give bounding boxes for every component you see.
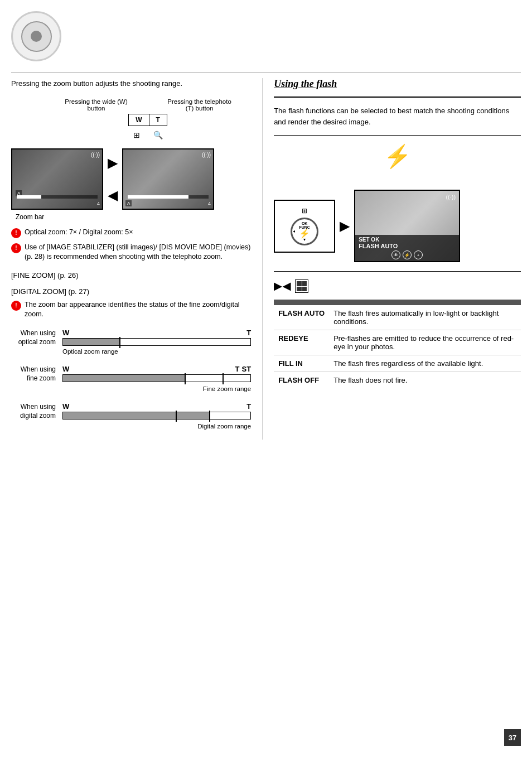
zoom-labels: Pressing the wide (W) button Pressing th… bbox=[45, 98, 251, 112]
zoombar-note-list: ! The zoom bar appearance identifies the… bbox=[11, 300, 251, 320]
optical-zoom-track bbox=[62, 338, 251, 346]
fvf-set-ok-row: SET OK bbox=[359, 237, 456, 243]
step2-row: ▶◀ bbox=[274, 279, 521, 293]
flash-bolt-icon: ⚡ bbox=[274, 143, 521, 170]
flash-rule-mid bbox=[274, 271, 521, 272]
step-sub-grid bbox=[295, 279, 308, 293]
fvf-set-ok-label: SET OK bbox=[359, 237, 379, 243]
flash-mode-cell: FLASH AUTO bbox=[274, 305, 329, 330]
fine-t-mark: T bbox=[235, 365, 240, 373]
flash-table-row: FLASH OFF The flash does not fire. bbox=[274, 372, 521, 389]
fine-zoom-heading: [FINE ZOOM] (p. 26) bbox=[11, 271, 251, 279]
fine-t-st-marks: T ST bbox=[235, 365, 252, 373]
optical-zoom-marker bbox=[119, 337, 120, 348]
note-text-2: Use of [IMAGE STABILIZER] (still images)… bbox=[25, 243, 251, 262]
note-item-2: ! Use of [IMAGE STABILIZER] (still image… bbox=[11, 243, 251, 262]
arrow-left-icon: ◀ bbox=[108, 187, 118, 203]
vf-inner-tele: ((·)) A 4 bbox=[123, 150, 213, 209]
fine-zoom-marker-2 bbox=[223, 373, 224, 384]
viewfinder-row: ((·)) A 4 ▶ ◀ ((·)) bbox=[11, 148, 251, 210]
flash-table-row: REDEYE Pre-flashes are emitted to reduce… bbox=[274, 330, 521, 355]
step-numbers: ▶◀ bbox=[274, 280, 292, 292]
vf-stabilizer-icon-tele: ((·)) bbox=[202, 152, 211, 158]
fcp-left-arrow: ◂ bbox=[293, 229, 295, 234]
fcp-down-arrow: ▾ bbox=[303, 237, 306, 242]
note-text-1: Optical zoom: 7× / Digital zoom: 5× bbox=[25, 228, 133, 238]
fcp-ring-area: OKFUNC ⚡ ▾ ◂ bbox=[291, 218, 318, 245]
vf-zoom-fill-wide bbox=[17, 195, 41, 199]
flash-desc-cell: The flash fires automatically in low-lig… bbox=[329, 305, 521, 330]
flash-mode-cell: REDEYE bbox=[274, 330, 329, 355]
digital-zoom-label: When using digital zoom bbox=[11, 402, 56, 421]
vf-zoom-bar-wide bbox=[17, 195, 98, 199]
logo-inner bbox=[21, 21, 52, 52]
digital-zoom-header: W T bbox=[62, 402, 251, 411]
intro-text: Pressing the zoom button adjusts the sho… bbox=[11, 78, 251, 89]
wt-buttons: W T bbox=[45, 114, 251, 126]
vf-inner-wide: ((·)) A 4 bbox=[12, 150, 102, 209]
digital-w-mark: W bbox=[62, 402, 69, 411]
digital-range-container: Digital zoom range bbox=[62, 422, 251, 430]
optical-range-label: Optical zoom range bbox=[62, 348, 251, 355]
fvf-icons-row: 👁 ⚡ + bbox=[359, 250, 456, 259]
w-button: W bbox=[129, 114, 149, 126]
flash-diagram: ⊞ OKFUNC ⚡ ▾ ◂ bbox=[274, 173, 521, 262]
vf-shot-count-tele: 4 bbox=[208, 201, 211, 206]
fcp-top-icons: ⊞ bbox=[302, 207, 307, 215]
fvf-inner: ((·)) SET OK FLASH AUTO 👁 ⚡ + bbox=[355, 191, 459, 261]
content: Pressing the zoom button adjusts the sho… bbox=[11, 78, 521, 440]
digital-zoom-fill bbox=[63, 412, 209, 419]
zoom-bar-label: Zoom bar bbox=[16, 213, 251, 221]
wide-label: Pressing the wide (W) button bbox=[63, 98, 130, 112]
flash-intro: The flash functions can be selected to b… bbox=[274, 105, 521, 127]
right-column: Using the flash The flash functions can … bbox=[262, 78, 521, 440]
fine-zoom-visual: W T ST Fine zoom range bbox=[62, 365, 251, 392]
wide-icon: ⊞ bbox=[133, 131, 140, 139]
page: Pressing the zoom button adjusts the sho… bbox=[0, 0, 532, 757]
optical-zoom-visual: W T Optical zoom range bbox=[62, 329, 251, 355]
step-cell-1 bbox=[297, 281, 302, 286]
flash-table-th-mode bbox=[274, 300, 329, 305]
digital-zoom-visual: W T Digital zoom range bbox=[62, 402, 251, 430]
flash-desc-cell: The flash fires regardless of the availa… bbox=[329, 355, 521, 372]
tele-icon: 🔍 bbox=[153, 131, 163, 139]
fvf-plus-icon: + bbox=[414, 250, 423, 259]
flash-table-row: FILL IN The flash fires regardless of th… bbox=[274, 355, 521, 372]
step-cell-2 bbox=[302, 281, 307, 286]
zoombar-diagram: When using optical zoom W T Optical zoom… bbox=[11, 329, 251, 430]
fvf-bottom-bar: SET OK FLASH AUTO 👁 ⚡ + bbox=[355, 235, 459, 261]
tele-label: Pressing the telephoto (T) button bbox=[166, 98, 233, 112]
fine-zoom-fill bbox=[63, 375, 185, 382]
t-button: T bbox=[149, 114, 167, 126]
step-cell-4 bbox=[302, 287, 307, 292]
zoom-diagram: Pressing the wide (W) button Pressing th… bbox=[45, 98, 251, 139]
tele-viewfinder: ((·)) A 4 bbox=[122, 148, 214, 210]
fine-range-container: Fine zoom range bbox=[62, 384, 251, 392]
flash-mode-cell: FLASH OFF bbox=[274, 372, 329, 389]
digital-zoom-marker-2 bbox=[209, 411, 210, 422]
fine-zoom-track bbox=[62, 374, 251, 382]
vf-stabilizer-icon: ((·)) bbox=[91, 152, 100, 158]
fine-st-mark: ST bbox=[242, 365, 252, 373]
vf-a-label-tele: A bbox=[125, 200, 132, 206]
flash-viewfinder: ((·)) SET OK FLASH AUTO 👁 ⚡ + bbox=[354, 190, 460, 262]
arrows-container: ▶ ◀ bbox=[108, 155, 118, 203]
vf-shot-count-wide: 4 bbox=[97, 201, 100, 206]
fcp-grid-icon: ⊞ bbox=[302, 207, 307, 215]
flash-diagram-arrow: ▶ bbox=[340, 218, 350, 234]
fine-w-mark: W bbox=[62, 365, 69, 373]
left-column: Pressing the zoom button adjusts the sho… bbox=[11, 78, 262, 440]
wide-viewfinder: ((·)) A 4 bbox=[11, 148, 103, 210]
fvf-stabilizer-icon: ((·)) bbox=[446, 194, 456, 200]
optical-zoom-row: When using optical zoom W T Optical zoom… bbox=[11, 329, 251, 355]
flash-desc-cell: The flash does not fire. bbox=[329, 372, 521, 389]
fvf-bolt-icon: ⚡ bbox=[403, 250, 412, 259]
wt-icons: ⊞ 🔍 bbox=[45, 131, 251, 139]
optical-zoom-label: When using optical zoom bbox=[11, 329, 56, 348]
fine-zoom-label: When using fine zoom bbox=[11, 365, 56, 384]
digital-zoom-track bbox=[62, 412, 251, 420]
top-rule bbox=[11, 73, 521, 73]
flash-table: FLASH AUTO The flash fires automatically… bbox=[274, 300, 521, 388]
page-number: 37 bbox=[504, 729, 521, 746]
optical-t-mark: T bbox=[246, 329, 251, 337]
